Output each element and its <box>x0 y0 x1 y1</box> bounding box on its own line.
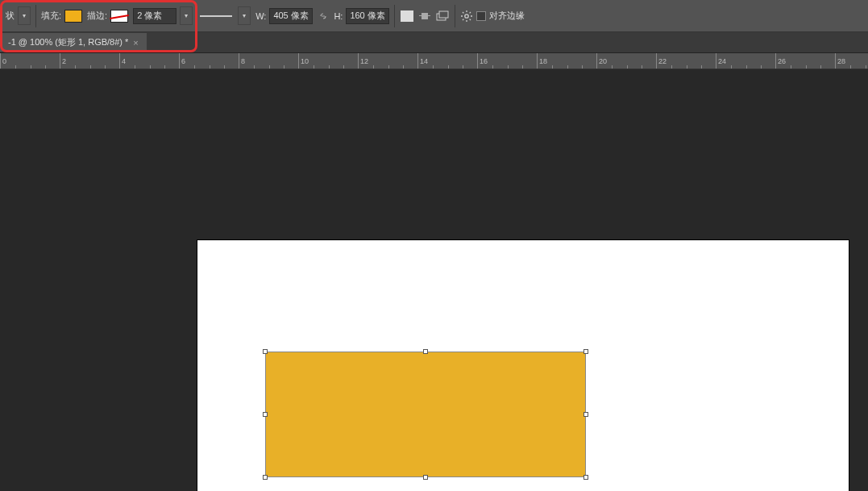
ruler-mark: 16 <box>477 53 537 69</box>
ruler-mark: 18 <box>537 53 596 69</box>
stroke-style-dropdown[interactable]: ▾ <box>238 6 251 25</box>
width-input[interactable] <box>269 8 313 24</box>
ruler-mark: 14 <box>417 53 477 69</box>
shape-thumb-icon[interactable] <box>400 9 414 23</box>
height-label: H: <box>334 11 343 21</box>
handle-middle-left[interactable] <box>263 412 268 417</box>
ruler-mark: 26 <box>775 53 835 69</box>
align-edges-label: 对齐边缘 <box>489 10 525 22</box>
handle-bottom-right[interactable] <box>584 475 588 480</box>
ruler-mark: 6 <box>179 53 239 69</box>
ruler-mark: 0 <box>0 53 60 69</box>
ruler-mark: 2 <box>60 53 119 69</box>
handle-middle-right[interactable] <box>584 412 588 417</box>
width-label: W: <box>255 11 266 21</box>
fill-swatch[interactable] <box>64 10 82 23</box>
canvas[interactable] <box>197 240 849 491</box>
ruler-mark: 22 <box>656 53 716 69</box>
tab-title: -1 @ 100% (矩形 1, RGB/8#) * <box>8 36 128 48</box>
ruler-mark: 28 <box>835 53 868 69</box>
mode-dropdown[interactable]: ▾ <box>18 6 31 25</box>
handle-top-right[interactable] <box>584 349 588 354</box>
handle-top-middle[interactable] <box>423 349 428 354</box>
path-align-icon[interactable] <box>417 10 432 23</box>
align-edges-checkbox[interactable] <box>476 11 486 21</box>
fill-label: 填充: <box>41 10 61 22</box>
svg-rect-1 <box>439 11 448 18</box>
stroke-style-preview[interactable] <box>197 9 235 23</box>
ruler-horizontal: 0246810121416182022242628 <box>0 53 868 69</box>
separator <box>455 5 455 27</box>
handle-top-left[interactable] <box>263 349 268 354</box>
gear-icon[interactable] <box>460 10 473 23</box>
mode-label: 状 <box>6 10 15 22</box>
handle-bottom-left[interactable] <box>263 475 268 480</box>
handle-bottom-middle[interactable] <box>423 475 428 480</box>
height-input[interactable] <box>346 8 389 24</box>
stroke-width-input[interactable] <box>133 8 177 24</box>
ruler-mark: 10 <box>298 53 358 69</box>
separator <box>35 5 36 27</box>
ruler-mark: 4 <box>119 53 179 69</box>
stroke-swatch[interactable] <box>110 10 128 23</box>
arrange-icon[interactable] <box>435 10 450 23</box>
stroke-width-dropdown[interactable]: ▾ <box>180 6 193 25</box>
workspace: 0246810121416182022242628 <box>0 53 868 491</box>
stroke-label: 描边: <box>87 10 107 22</box>
ruler-mark: 8 <box>239 53 298 69</box>
ruler-mark: 20 <box>596 53 656 69</box>
ruler-mark: 24 <box>716 53 775 69</box>
separator <box>394 5 395 27</box>
stroke-line-icon <box>200 15 232 17</box>
link-icon[interactable] <box>316 9 330 23</box>
svg-point-2 <box>465 14 468 17</box>
ruler-mark: 12 <box>358 53 417 69</box>
shape-rectangle[interactable] <box>265 352 586 477</box>
document-tab[interactable]: -1 @ 100% (矩形 1, RGB/8#) * × <box>0 33 147 52</box>
tab-bar: -1 @ 100% (矩形 1, RGB/8#) * × <box>0 32 868 53</box>
options-toolbar: 状 ▾ 填充: 描边: ▾ ▾ W: H: <box>0 0 868 32</box>
canvas-area[interactable] <box>0 69 868 491</box>
close-icon[interactable]: × <box>133 38 138 48</box>
